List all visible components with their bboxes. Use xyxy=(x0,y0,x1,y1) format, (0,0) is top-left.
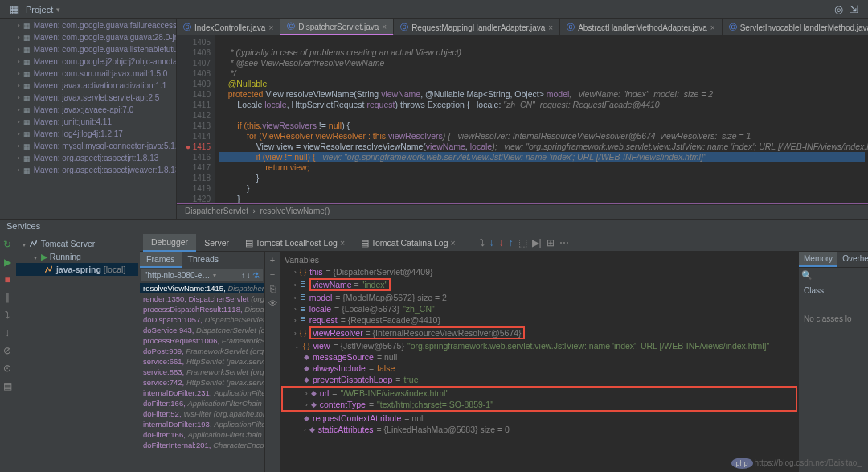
stack-frame[interactable]: doFilter:166, ApplicationFilterChain (or xyxy=(140,398,264,408)
var-url[interactable]: ›◆url = "/WEB-INF/views/index.html" xyxy=(283,388,796,399)
close-icon[interactable]: × xyxy=(268,23,273,32)
force-step-icon[interactable]: ↓ xyxy=(499,237,504,248)
var-viewResolver[interactable]: ›{ }viewResolver = {InternalResourceView… xyxy=(281,326,797,340)
editor-tab[interactable]: ⒸIndexController.java× xyxy=(177,19,280,35)
maven-item[interactable]: ›▦Maven: javax.activation:activation:1.1 xyxy=(0,80,176,92)
stack-frame[interactable]: service:661, HttpServlet (javax.servlet.… xyxy=(140,356,264,367)
threads-tab[interactable]: Threads xyxy=(182,252,226,268)
next-frame-icon[interactable]: ↓ xyxy=(247,271,251,280)
stack-frame[interactable]: internalDoFilter:231, ApplicationFilterC… xyxy=(140,388,264,398)
maven-item[interactable]: ›▦Maven: javax.servlet:servlet-api:2.5 xyxy=(0,92,176,104)
tomcat-localhost-tab[interactable]: ▤ Tomcat Localhost Log × xyxy=(237,235,353,251)
code-editor[interactable]: * (typically in case of problems creatin… xyxy=(215,35,868,203)
stack-frame[interactable]: doFilter:52, WsFilter (org.apache.tomc xyxy=(140,408,264,419)
layout-icon[interactable]: ▤ xyxy=(3,380,12,392)
show-watches-icon[interactable]: 👁 xyxy=(268,298,277,308)
stack-frame[interactable]: render:1350, DispatcherServlet (org.sp xyxy=(140,293,264,304)
var-this[interactable]: ›{ }this = {DispatcherServlet@4409} xyxy=(281,266,797,277)
stack-frame[interactable]: doPost:909, FrameworkServlet (org.sp xyxy=(140,346,264,356)
run-to-cursor-icon[interactable]: ▶| xyxy=(532,237,542,248)
maven-item[interactable]: ›▦Maven: com.google.guava:listenablefutu… xyxy=(0,43,176,55)
breadcrumb[interactable]: DispatcherServlet › resolveViewName() xyxy=(177,204,868,219)
drop-frame-icon[interactable]: ⬚ xyxy=(518,237,527,248)
line-number[interactable]: 1407 xyxy=(182,58,211,68)
var-locale[interactable]: ›≣locale = {Locale@5673} "zh_CN" xyxy=(281,303,797,314)
maven-item[interactable]: ›▦Maven: org.aspectj:aspectjweaver:1.8.1… xyxy=(0,164,176,176)
collapse-icon[interactable]: ⇲ xyxy=(850,3,858,15)
line-number[interactable]: 1410 xyxy=(182,89,211,100)
filter-icon[interactable]: ⚗ xyxy=(252,271,260,280)
java-spring-config[interactable]: 🗲 java-spring [local] xyxy=(16,263,138,276)
line-number[interactable]: 1420 xyxy=(182,194,211,203)
maven-item[interactable]: ›▦Maven: org.aspectj:aspectjrt:1.8.13 xyxy=(0,152,176,164)
editor-tab[interactable]: ⒸRequestMappingHandlerAdapter.java× xyxy=(394,19,560,35)
editor-tab[interactable]: ⒸServletInvocableHandlerMethod.java× xyxy=(723,19,868,35)
line-number[interactable]: 1412 xyxy=(182,110,211,121)
pause-icon[interactable]: ∥ xyxy=(5,292,10,303)
var-alwaysInclude[interactable]: ◆alwaysInclude = false xyxy=(281,363,797,374)
step-out-icon[interactable]: ↑ xyxy=(509,237,514,248)
line-number[interactable]: 1405 xyxy=(182,37,211,47)
maven-item[interactable]: ›▦Maven: javax:javaee-api:7.0 xyxy=(0,104,176,116)
remove-watch-icon[interactable]: − xyxy=(270,269,275,279)
var-requestContextAttribute[interactable]: ◆requestContextAttribute = null xyxy=(281,412,797,424)
tomcat-catalina-tab[interactable]: ▤ Tomcat Catalina Log × xyxy=(353,235,464,251)
stack-frame[interactable]: service:742, HttpServlet (javax.servlet.… xyxy=(140,377,264,388)
line-number[interactable]: 1413 xyxy=(182,121,211,131)
step-into-icon-2[interactable]: ↓ xyxy=(489,237,494,248)
stack-frame[interactable]: internalDoFilter:193, ApplicationFilterC… xyxy=(140,419,264,429)
line-number[interactable]: 1409 xyxy=(182,79,211,89)
line-number[interactable]: ● 1415 xyxy=(182,142,211,152)
step-over-icon[interactable]: ⤵ xyxy=(5,310,10,321)
line-number[interactable]: 1419 xyxy=(182,183,211,194)
tomcat-server-node[interactable]: ▾ 🗲 Tomcat Server xyxy=(16,237,138,250)
line-number[interactable]: 1417 xyxy=(182,162,211,173)
more-icon[interactable]: ⋯ xyxy=(559,237,569,248)
editor-tab[interactable]: ⒸAbstractHandlerMethodAdapter.java× xyxy=(560,19,723,35)
close-icon[interactable]: × xyxy=(710,23,715,32)
prev-frame-icon[interactable]: ↑ xyxy=(241,271,245,280)
close-icon[interactable]: × xyxy=(548,23,553,32)
server-tab[interactable]: Server xyxy=(196,235,237,251)
editor-tab[interactable]: ⒸDispatcherServlet.java× xyxy=(280,19,394,35)
stack-frame[interactable]: processRequest:1006, FrameworkServl xyxy=(140,335,264,346)
close-icon[interactable]: × xyxy=(382,23,387,31)
var-viewName[interactable]: ›≣viewName = "index" xyxy=(281,277,797,292)
target-icon[interactable]: ◎ xyxy=(834,3,843,15)
line-number[interactable]: 1418 xyxy=(182,173,211,183)
view-breakpoints-icon[interactable]: ⊙ xyxy=(3,363,11,374)
line-number[interactable]: 1414 xyxy=(182,131,211,142)
stack-frame[interactable]: resolveViewName:1415, DispatcherServ xyxy=(140,283,264,293)
stack-frame[interactable]: processDispatchResult:1118, DispatcherS xyxy=(140,304,264,314)
overhead-tab[interactable]: Overhead xyxy=(837,252,868,267)
maven-item[interactable]: ›▦Maven: mysql:mysql-connector-java:5.1.… xyxy=(0,140,176,152)
step-into-icon[interactable]: ↓ xyxy=(5,327,10,339)
line-number[interactable]: 1411 xyxy=(182,100,211,110)
var-request[interactable]: ›≣request = {RequestFacade@4410} xyxy=(281,314,797,326)
duplicate-icon[interactable]: ⎘ xyxy=(270,284,276,293)
thread-selector[interactable]: "http-nio-8080-e…▾ ↑ ↓ ⚗ xyxy=(141,269,263,281)
var-model[interactable]: ›≣model = {ModelMap@5672} size = 2 xyxy=(281,292,797,303)
maven-item[interactable]: ›▦Maven: junit:junit:4.11 xyxy=(0,116,176,128)
var-view[interactable]: ⌄{ }view = {JstlView@5675} "org.springfr… xyxy=(281,340,797,351)
maven-item[interactable]: ›▦Maven: com.google.guava:failureaccess:… xyxy=(0,19,176,31)
evaluate-expr-icon[interactable]: ⊞ xyxy=(547,237,555,248)
stack-frame[interactable]: doDispatch:1057, DispatcherServlet (or xyxy=(140,314,264,325)
var-contentType[interactable]: ›◆contentType = "text/html;charset=ISO-8… xyxy=(283,399,796,410)
var-staticAttributes[interactable]: ›◆staticAttributes = {LinkedHashMap@5683… xyxy=(281,424,797,435)
services-panel-label[interactable]: Services xyxy=(0,219,868,233)
maven-item[interactable]: ›▦Maven: com.google.j2objc:j2objc-annota… xyxy=(0,55,176,68)
stack-frame[interactable]: doFilterInternal:201, CharacterEncoding xyxy=(140,440,264,450)
stack-frame[interactable]: doFilter:166, ApplicationFilterChain (or xyxy=(140,429,264,440)
memory-search[interactable]: 🔍 xyxy=(799,268,868,283)
stop-icon[interactable]: ■ xyxy=(4,274,10,285)
resume-icon[interactable]: ▶ xyxy=(4,257,11,268)
maven-item[interactable]: ›▦Maven: com.google.guava:guava:28.0-jre xyxy=(0,31,176,43)
frames-tab[interactable]: Frames xyxy=(140,252,182,268)
mute-breakpoints-icon[interactable]: ⊘ xyxy=(3,345,11,356)
var-preventDispatchLoop[interactable]: ◆preventDispatchLoop = true xyxy=(281,374,797,385)
add-watch-icon[interactable]: + xyxy=(270,255,275,265)
memory-tab[interactable]: Memory xyxy=(799,252,837,267)
var-messageSource[interactable]: ◆messageSource = null xyxy=(281,351,797,363)
stack-frame[interactable]: doService:943, DispatcherServlet (org. xyxy=(140,325,264,335)
